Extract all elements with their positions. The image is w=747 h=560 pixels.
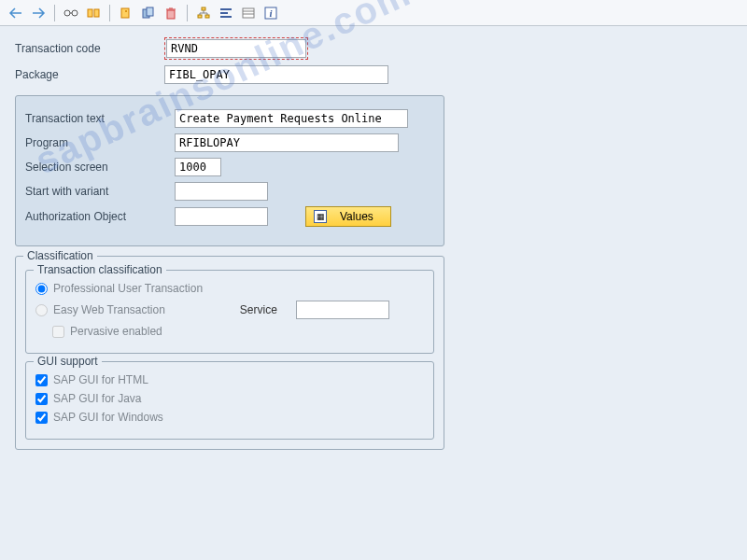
transaction-code-label: Transaction code: [15, 42, 164, 55]
transaction-text-label: Transaction text: [25, 112, 175, 125]
auth-object-label: Authorization Object: [25, 210, 175, 223]
svg-rect-2: [88, 9, 92, 17]
svg-rect-10: [205, 15, 209, 18]
toolbar: i: [0, 0, 747, 26]
svg-rect-7: [167, 10, 175, 19]
info-icon[interactable]: i: [262, 5, 279, 21]
svg-point-0: [64, 10, 70, 16]
transaction-text-input[interactable]: [175, 109, 408, 128]
program-input[interactable]: [175, 133, 399, 152]
start-variant-label: Start with variant: [25, 185, 175, 198]
separator: [54, 5, 55, 21]
separator: [109, 5, 110, 21]
svg-rect-9: [198, 15, 202, 18]
svg-rect-6: [147, 7, 153, 16]
transaction-class-title: Transaction classification: [34, 263, 166, 276]
package-input[interactable]: [164, 65, 388, 84]
separator: [187, 5, 188, 21]
delete-icon[interactable]: [162, 5, 179, 21]
gui-support-title: GUI support: [34, 355, 102, 368]
program-label: Program: [25, 136, 175, 149]
service-input[interactable]: [296, 301, 389, 319]
easy-web-radio[interactable]: [35, 304, 48, 316]
transaction-code-input[interactable]: [166, 39, 306, 58]
gui-windows-label: SAP GUI for Windows: [53, 411, 163, 424]
classification-title: Classification: [23, 249, 97, 262]
svg-rect-11: [243, 8, 254, 18]
new-icon[interactable]: [118, 5, 134, 21]
gui-html-label: SAP GUI for HTML: [53, 373, 148, 386]
values-button-label: Values: [340, 210, 374, 223]
svg-point-1: [72, 10, 78, 16]
grid-icon: ▦: [314, 210, 327, 223]
list-icon[interactable]: [240, 5, 257, 21]
tree-icon[interactable]: [195, 5, 212, 21]
svg-rect-4: [121, 8, 129, 18]
pervasive-checkbox[interactable]: [52, 326, 64, 338]
copy-icon[interactable]: [140, 5, 157, 21]
selection-screen-label: Selection screen: [25, 161, 175, 174]
align-icon[interactable]: [218, 5, 234, 21]
professional-label: Professional User Transaction: [53, 282, 203, 295]
gui-support-group: GUI support SAP GUI for HTML SAP GUI for…: [25, 361, 434, 440]
easy-web-label: Easy Web Transaction: [53, 303, 165, 316]
content-area: Transaction code Package Transaction tex…: [0, 26, 747, 461]
svg-rect-8: [202, 7, 205, 10]
service-label: Service: [240, 303, 277, 316]
transaction-classification-group: Transaction classification Professional …: [25, 270, 434, 354]
gui-java-label: SAP GUI for Java: [53, 392, 141, 405]
classification-group: Classification Transaction classificatio…: [15, 256, 444, 450]
gui-java-checkbox[interactable]: [35, 393, 48, 405]
values-button[interactable]: ▦ Values: [305, 206, 391, 227]
professional-radio[interactable]: [35, 283, 48, 295]
package-label: Package: [15, 68, 164, 81]
back-icon[interactable]: [7, 5, 24, 21]
svg-rect-3: [94, 9, 99, 17]
highlight-marker: [164, 37, 308, 60]
forward-icon[interactable]: [30, 5, 47, 21]
gui-windows-checkbox[interactable]: [35, 412, 48, 424]
auth-object-input[interactable]: [175, 207, 268, 226]
selection-screen-input[interactable]: [175, 158, 221, 176]
details-panel: Transaction text Program Selection scree…: [15, 95, 444, 246]
gui-html-checkbox[interactable]: [35, 374, 48, 386]
glasses-icon[interactable]: [63, 5, 79, 21]
display-change-icon[interactable]: [85, 5, 102, 21]
pervasive-label: Pervasive enabled: [70, 325, 162, 338]
start-variant-input[interactable]: [175, 182, 268, 201]
